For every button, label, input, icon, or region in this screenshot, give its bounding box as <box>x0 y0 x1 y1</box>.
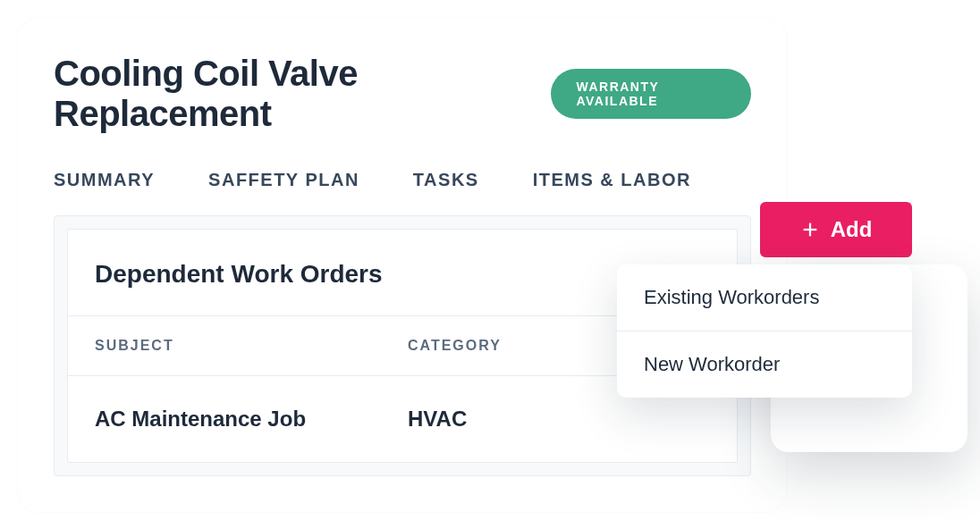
tab-summary[interactable]: SUMMARY <box>54 170 155 190</box>
tab-tasks[interactable]: TASKS <box>413 170 479 190</box>
add-button-label: Add <box>831 217 873 242</box>
cell-subject: AC Maintenance Job <box>95 407 408 432</box>
plus-icon <box>800 220 820 239</box>
tab-safety-plan[interactable]: SAFFETY PLAN <box>208 170 359 190</box>
dropdown-item-existing-workorders[interactable]: Existing Workorders <box>617 264 912 331</box>
dropdown-item-new-workorder[interactable]: New Workorder <box>617 331 912 398</box>
warranty-badge: WARRANTY AVAILABLE <box>551 69 751 119</box>
tab-items-labor[interactable]: ITEMS & LABOR <box>533 170 691 190</box>
header-row: Cooling Coil Valve Replacement WARRANTY … <box>18 54 787 134</box>
page-title: Cooling Coil Valve Replacement <box>54 54 524 134</box>
column-header-subject: SUBJECT <box>95 338 408 354</box>
add-button[interactable]: Add <box>760 202 912 257</box>
add-dropdown: Existing Workorders New Workorder <box>617 264 912 398</box>
tabs-container: SUMMARY SAFFETY PLAN TASKS ITEMS & LABOR <box>18 134 787 215</box>
cell-category: HVAC <box>408 407 710 432</box>
